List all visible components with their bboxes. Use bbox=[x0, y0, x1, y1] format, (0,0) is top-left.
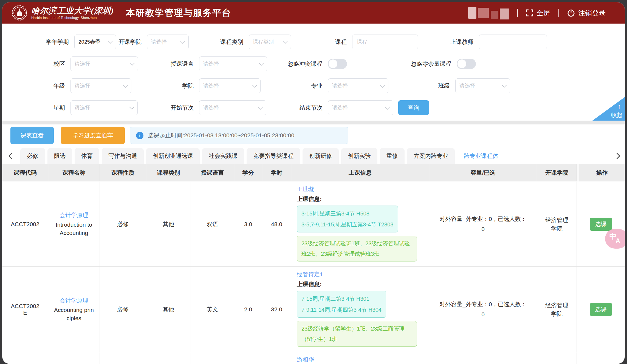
language-label: 授课语言 bbox=[163, 60, 194, 68]
tab-chongxiu[interactable]: 重修 bbox=[380, 148, 405, 164]
tab-jingsai[interactable]: 竞赛指导类课程 bbox=[247, 148, 300, 164]
campus-select[interactable]: 请选择 bbox=[70, 56, 138, 71]
schedule-box: 3-15周,星期三第3-4节 H508 3-5,7-9,11-15周,星期五第3… bbox=[297, 206, 398, 232]
header-actions: 全屏 注销登录 bbox=[468, 2, 606, 24]
filter-ignore-conflict: 忽略冲突课程 bbox=[278, 56, 347, 71]
tab-fangan-kuazhuanye[interactable]: 方案内跨专业 bbox=[407, 148, 455, 164]
semester-select[interactable]: 2025春季 bbox=[74, 35, 116, 49]
logout-button[interactable]: 注销登录 bbox=[567, 8, 606, 18]
ignore-zero-toggle[interactable] bbox=[457, 59, 476, 69]
semester-label: 学年学期 bbox=[36, 38, 69, 46]
col-language: 授课语言 bbox=[191, 164, 234, 181]
faculty-select[interactable]: 请选择 bbox=[199, 78, 261, 93]
tab-chuangxin-yanxiu[interactable]: 创新研修 bbox=[303, 148, 339, 164]
teacher-label: 上课教师 bbox=[440, 38, 473, 46]
schedule-line: 3-15周,星期三第3-4节 H508 bbox=[301, 208, 393, 219]
chevron-down-icon bbox=[385, 104, 390, 109]
toolbar: 课表查看 学习进度直通车 i 选课起止时间:2025-01-03 13:00:0… bbox=[2, 124, 625, 146]
grade-label: 年级 bbox=[36, 82, 65, 90]
start-period-select[interactable]: 请选择 bbox=[199, 100, 266, 115]
ignore-conflict-label: 忽略冲突课程 bbox=[278, 60, 322, 68]
teacher-input[interactable] bbox=[483, 39, 543, 45]
pick-course-button[interactable]: 选课 bbox=[590, 218, 612, 231]
collapse-arrow-icon: ↑ bbox=[618, 103, 621, 110]
tab-shehui-shijian[interactable]: 社会实践课 bbox=[202, 148, 244, 164]
course-college: 经济管理学院 bbox=[537, 182, 577, 266]
tab-xianxuan[interactable]: 限选 bbox=[47, 148, 72, 164]
faculty-label: 学院 bbox=[164, 82, 194, 90]
col-hours: 学时 bbox=[262, 164, 291, 181]
weekday-select[interactable]: 请选择 bbox=[70, 100, 138, 115]
course-credits: 3.0 bbox=[234, 182, 262, 266]
tab-bixiu[interactable]: 必修 bbox=[20, 148, 45, 164]
ignore-conflict-toggle[interactable] bbox=[328, 59, 347, 69]
header-divider bbox=[517, 9, 518, 17]
course-name-en: Accounting principles bbox=[54, 306, 94, 323]
course-hours: 48.0 bbox=[262, 352, 291, 364]
category-tabbar: 必修 限选 体育 写作与沟通 创新创业通选课 社会实践课 竞赛指导类课程 创新研… bbox=[2, 146, 625, 164]
course-name-link[interactable]: 会计学原理 bbox=[60, 297, 88, 304]
course-credits: 2.0 bbox=[234, 267, 262, 352]
capacity-info: 对外容量_外专业：0，已选人数：0 bbox=[429, 182, 537, 266]
filter-major: 专业 请选择 bbox=[298, 78, 388, 93]
progress-button[interactable]: 学习进度直通车 bbox=[61, 127, 125, 144]
university-name-cn: 哈尔滨工业大学(深圳) bbox=[31, 6, 114, 15]
university-emblem-icon bbox=[12, 5, 27, 21]
course-category: 其他 bbox=[146, 352, 191, 364]
course-name-link[interactable]: 会计学原理 bbox=[60, 211, 88, 219]
class-label: 班级 bbox=[424, 82, 450, 90]
search-button[interactable]: 查询 bbox=[398, 100, 429, 115]
tab-chuangxin-shiyan[interactable]: 创新实验 bbox=[341, 148, 377, 164]
class-select[interactable]: 请选择 bbox=[455, 78, 510, 93]
schedule-line: 7-15周,星期二第3-4节 H301 bbox=[301, 293, 382, 304]
translate-fab-button[interactable]: 中 A bbox=[605, 229, 625, 249]
schedule-line: 3-5,7-9,11-15周,星期五第3-4节 T2803 bbox=[301, 219, 393, 230]
platform-title: 本研教学管理与服务平台 bbox=[126, 7, 231, 19]
course-input[interactable] bbox=[356, 39, 414, 45]
course-hours: 48.0 bbox=[262, 182, 291, 266]
grade-select[interactable]: 请选择 bbox=[70, 78, 131, 93]
app-header: 哈尔滨工业大学(深圳) Harbin Institute of Technolo… bbox=[2, 2, 625, 24]
university-name-en: Harbin Institute of Technology, Shenzhen bbox=[31, 16, 114, 20]
course-name-en: Introduction to Accounting bbox=[54, 221, 94, 237]
timetable-button[interactable]: 课表查看 bbox=[10, 127, 54, 144]
teacher-link[interactable]: 经管待定1 bbox=[297, 271, 323, 278]
course-nature: 必修 bbox=[100, 267, 146, 352]
table-row: ACCT2004F 管理会计 Management Accounting 必修 … bbox=[2, 352, 625, 364]
tabs-scroll-left-button[interactable] bbox=[4, 148, 19, 164]
tab-chuangxin-tongxuan[interactable]: 创新创业通选课 bbox=[146, 148, 200, 164]
enrollment-notice-text: 选课起止时间:2025-01-03 13:00:00~2025-01-05 23… bbox=[148, 132, 294, 139]
course-hours: 32.0 bbox=[262, 267, 291, 352]
table-header: 课程代码 课程名称 课程性质 课程类别 授课语言 学分 学时 上课信息 容量/已… bbox=[2, 164, 625, 181]
screen: 哈尔滨工业大学(深圳) Harbin Institute of Technolo… bbox=[0, 0, 627, 364]
pick-course-button[interactable]: 选课 bbox=[590, 303, 612, 316]
tab-xiezuo[interactable]: 写作与沟通 bbox=[102, 148, 144, 164]
language-select[interactable]: 请选择 bbox=[199, 56, 267, 71]
col-college: 开课学院 bbox=[537, 164, 577, 181]
chevron-down-icon bbox=[258, 104, 263, 109]
course-label: 课程 bbox=[317, 38, 347, 46]
table-row: ACCT2002E 会计学原理 Accounting principles 必修… bbox=[2, 267, 625, 352]
panel-separator bbox=[2, 121, 625, 124]
chevron-left-icon bbox=[9, 153, 15, 159]
college-select[interactable]: 请选择 bbox=[147, 35, 189, 49]
chevron-down-icon bbox=[123, 83, 128, 87]
category-select[interactable]: 课程类别 bbox=[249, 35, 291, 49]
end-period-select[interactable]: 请选择 bbox=[328, 100, 393, 115]
fullscreen-icon bbox=[526, 9, 533, 16]
col-course-category: 课程类别 bbox=[146, 164, 191, 181]
chevron-down-icon bbox=[180, 39, 185, 44]
app-window: 哈尔滨工业大学(深圳) Harbin Institute of Technolo… bbox=[2, 2, 625, 364]
fullscreen-button[interactable]: 全屏 bbox=[526, 8, 550, 18]
major-select[interactable]: 请选择 bbox=[328, 78, 388, 93]
tab-tiyu[interactable]: 体育 bbox=[75, 148, 99, 164]
tabs-scroll-right-button[interactable] bbox=[609, 148, 625, 164]
teacher-link[interactable]: 游相华 bbox=[297, 356, 314, 363]
course-code: ACCT2004F bbox=[2, 352, 48, 364]
teacher-link[interactable]: 王世璇 bbox=[297, 185, 314, 193]
table-row: ACCT2002 会计学原理 Introduction to Accountin… bbox=[2, 181, 625, 267]
tab-kuazhuanye-active[interactable]: 跨专业课程体 bbox=[457, 148, 505, 164]
filter-end-period: 结束节次 请选择 bbox=[287, 100, 393, 115]
filter-grade: 年级 请选择 bbox=[36, 78, 131, 93]
filter-ignore-zero: 忽略零余量课程 bbox=[399, 56, 476, 71]
